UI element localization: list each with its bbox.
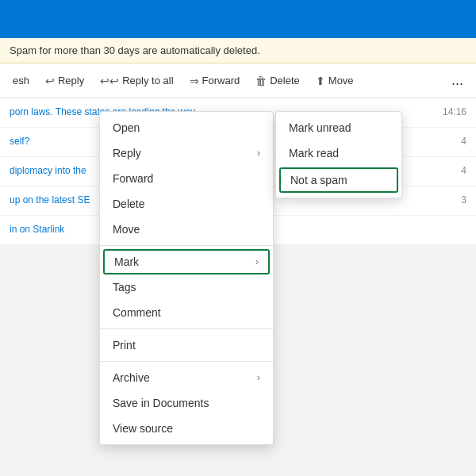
email-time-4: 3 — [461, 194, 466, 205]
submenu-item-mark-unread[interactable]: Mark unread — [276, 115, 401, 140]
menu-item-open[interactable]: Open — [100, 115, 273, 140]
menu-save-docs-label: Save in Documents — [113, 397, 209, 409]
reply-button[interactable]: ↩ Reply — [39, 71, 90, 90]
email-subject-2: self? — [10, 136, 29, 147]
menu-print-label: Print — [113, 339, 136, 351]
move-button[interactable]: ⬆ Move — [309, 71, 360, 90]
menu-reply-label: Reply — [113, 147, 141, 159]
menu-mark-label: Mark — [114, 255, 139, 268]
archive-chevron-icon: › — [257, 372, 260, 383]
delete-icon: 🗑 — [255, 75, 267, 87]
toolbar: esh ↩ Reply ↩↩ Reply to all ⇒ Forward 🗑 … — [0, 63, 476, 98]
menu-tags-label: Tags — [113, 281, 136, 294]
menu-item-print[interactable]: Print — [100, 332, 273, 358]
menu-item-save-docs[interactable]: Save in Documents — [100, 390, 273, 416]
menu-item-delete[interactable]: Delete — [100, 191, 273, 217]
mark-unread-label: Mark unread — [289, 121, 351, 134]
email-subject-3: diplomacy into the — [10, 165, 86, 176]
reply-all-label: Reply to all — [122, 75, 173, 86]
menu-item-reply[interactable]: Reply › — [100, 140, 273, 166]
menu-item-forward[interactable]: Forward — [100, 166, 273, 191]
reply-icon: ↩ — [45, 75, 55, 87]
email-time-1: 14:16 — [443, 106, 466, 117]
reply-all-icon: ↩↩ — [100, 75, 119, 87]
menu-move-label: Move — [113, 223, 140, 236]
more-button[interactable]: ... — [445, 69, 470, 92]
separator-1 — [100, 245, 273, 246]
email-time-2: 4 — [461, 136, 466, 147]
more-label: ... — [451, 72, 463, 88]
menu-item-view-source[interactable]: View source — [100, 416, 273, 441]
email-subject-5: in on Starlink — [10, 224, 64, 235]
mark-chevron-icon: › — [255, 256, 259, 267]
menu-item-tags[interactable]: Tags — [100, 274, 273, 300]
reply-label: Reply — [58, 75, 84, 86]
toolbar-prefix: esh — [6, 71, 36, 90]
email-time-3: 4 — [461, 165, 466, 176]
delete-label: Delete — [270, 75, 300, 86]
menu-item-comment[interactable]: Comment — [100, 300, 273, 325]
not-spam-label: Not a spam — [290, 174, 347, 186]
spam-warning: Spam for more than 30 days are automatic… — [0, 38, 476, 63]
separator-2 — [100, 328, 273, 329]
forward-button[interactable]: ⇒ Forward — [183, 71, 247, 90]
separator-3 — [100, 361, 273, 362]
delete-button[interactable]: 🗑 Delete — [249, 71, 306, 90]
menu-comment-label: Comment — [113, 306, 161, 319]
menu-item-mark[interactable]: Mark › — [103, 249, 270, 274]
menu-archive-label: Archive — [113, 371, 150, 384]
top-bar — [0, 0, 476, 38]
menu-open-label: Open — [113, 121, 140, 134]
menu-delete-label: Delete — [113, 198, 144, 210]
menu-forward-label: Forward — [113, 172, 153, 185]
context-menu: Open Reply › Forward Delete Move Mark › … — [99, 111, 274, 445]
reply-all-button[interactable]: ↩↩ Reply to all — [94, 71, 179, 90]
submenu-item-mark-read[interactable]: Mark read — [276, 140, 401, 166]
spam-warning-text: Spam for more than 30 days are automatic… — [10, 44, 260, 56]
move-icon: ⬆ — [316, 75, 325, 87]
submenu-item-not-spam[interactable]: Not a spam — [279, 167, 398, 193]
submenu: Mark unread Mark read Not a spam — [275, 111, 402, 198]
move-label: Move — [328, 75, 354, 86]
menu-item-archive[interactable]: Archive › — [100, 365, 273, 390]
reply-chevron-icon: › — [257, 148, 260, 159]
mark-read-label: Mark read — [289, 147, 339, 159]
email-subject-4: up on the latest SE — [10, 194, 90, 205]
forward-label: Forward — [202, 75, 240, 86]
menu-item-move[interactable]: Move — [100, 217, 273, 242]
forward-icon: ⇒ — [190, 75, 199, 87]
menu-view-source-label: View source — [113, 422, 173, 435]
